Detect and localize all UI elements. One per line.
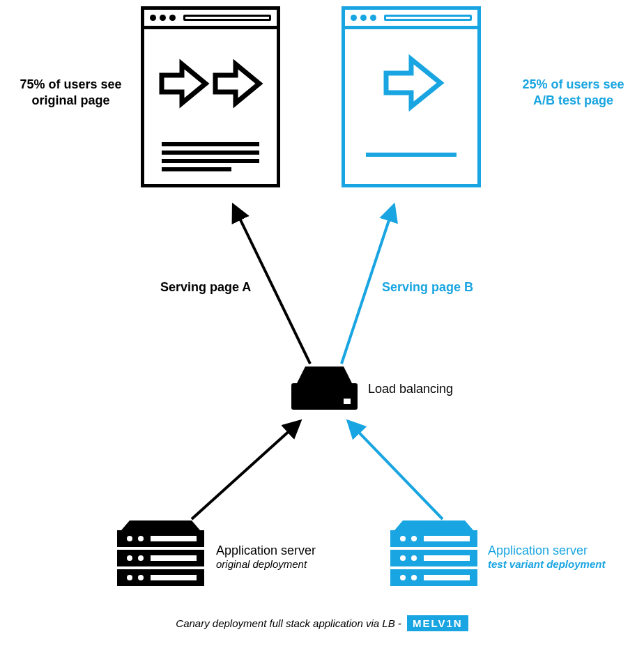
app-server-right-subtitle: test variant deployment [488, 558, 605, 570]
svg-rect-18 [151, 575, 197, 580]
svg-line-2 [192, 422, 300, 519]
svg-marker-6 [121, 520, 200, 530]
serving-a-label: Serving page A [160, 280, 251, 295]
svg-rect-12 [151, 536, 197, 541]
footer-text: Canary deployment full stack application… [176, 617, 401, 629]
svg-point-24 [411, 536, 417, 541]
svg-rect-4 [291, 383, 358, 410]
footer: Canary deployment full stack application… [0, 615, 644, 631]
load-balancer-icon [291, 364, 358, 414]
app-server-left-labels: Application server original deployment [216, 543, 316, 570]
load-balancing-label: Load balancing [368, 382, 453, 396]
app-server-left-title: Application server [216, 543, 316, 558]
svg-point-17 [138, 575, 144, 580]
svg-point-23 [400, 536, 406, 541]
svg-point-10 [127, 536, 132, 541]
svg-point-27 [411, 555, 417, 561]
svg-point-30 [411, 575, 417, 580]
svg-point-29 [400, 575, 406, 580]
svg-line-3 [348, 422, 443, 519]
svg-rect-15 [151, 555, 197, 561]
svg-point-16 [127, 575, 132, 580]
serving-b-label: Serving page B [382, 280, 473, 295]
svg-point-14 [138, 555, 144, 561]
footer-badge: MELV1N [407, 615, 468, 631]
svg-rect-31 [424, 575, 470, 580]
svg-rect-5 [344, 399, 351, 404]
app-server-left-subtitle: original deployment [216, 558, 316, 570]
app-server-right-title: Application server [488, 543, 605, 558]
app-server-original-icon [117, 520, 204, 587]
svg-point-26 [400, 555, 406, 561]
svg-rect-25 [424, 536, 470, 541]
svg-marker-19 [394, 520, 473, 530]
svg-point-11 [138, 536, 144, 541]
app-server-right-labels: Application server test variant deployme… [488, 543, 605, 570]
svg-point-13 [127, 555, 132, 561]
svg-rect-28 [424, 555, 470, 561]
app-server-variant-icon [390, 520, 477, 587]
